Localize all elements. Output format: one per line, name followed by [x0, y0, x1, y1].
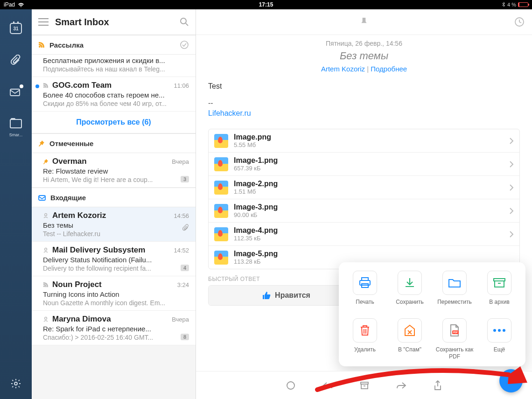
section-pinned-title: Отмеченные: [49, 140, 189, 147]
attachment-row[interactable]: Image-1.png657.39 кБ: [209, 153, 519, 176]
gear-icon: [10, 378, 21, 389]
attachment-name: Image.png: [234, 133, 504, 141]
item-from: Maryna Dimova: [52, 315, 168, 324]
more-dots-icon: [492, 329, 506, 332]
rail-settings[interactable]: [10, 378, 22, 390]
action-print[interactable]: Печать: [344, 271, 385, 312]
archive-icon[interactable]: [359, 380, 370, 391]
person-icon: [43, 213, 49, 218]
action-delete[interactable]: Удалить: [344, 318, 385, 360]
chevron-right-icon: [509, 207, 514, 215]
message-details-link[interactable]: Подробнее: [371, 65, 407, 73]
list-item[interactable]: GOG.com Team 11:06 Более 40 способов ста…: [32, 77, 196, 112]
svg-point-10: [45, 317, 47, 320]
snooze-clock-icon[interactable]: [514, 17, 525, 27]
item-subject: Re: Spark for iPad с нетерпение...: [43, 325, 189, 333]
search-icon[interactable]: [180, 17, 189, 27]
signature-link[interactable]: Lifehacker.ru: [208, 109, 251, 117]
attachment-name: Image-1.png: [234, 156, 504, 165]
rail-attachments[interactable]: [10, 54, 22, 66]
section-pinned[interactable]: Отмеченные: [32, 133, 196, 153]
attachment-row[interactable]: Image-3.png90.00 кБ: [209, 199, 519, 223]
attachment-row[interactable]: Image-2.png1.51 Мб: [209, 176, 519, 199]
message-sender-line: Artem Kozoriz | Подробнее: [196, 65, 532, 73]
svg-point-21: [498, 329, 501, 332]
rail-calendar[interactable]: 31: [10, 22, 22, 35]
attachment-row[interactable]: Image-4.png112.35 кБ: [209, 223, 519, 246]
bluetooth-icon: [502, 2, 505, 7]
attachment-thumb-icon: [214, 181, 228, 195]
forward-icon[interactable]: [396, 381, 407, 390]
svg-rect-25: [361, 384, 368, 389]
svg-rect-17: [495, 281, 504, 287]
action-save[interactable]: Сохранить: [389, 271, 430, 312]
new-badge-icon: [20, 84, 23, 88]
folder-icon: [10, 119, 22, 128]
person-icon: [43, 316, 49, 322]
action-archive[interactable]: В архив: [479, 271, 520, 312]
item-subject: Более 40 способов стать героем не...: [43, 91, 189, 99]
share-icon[interactable]: [433, 380, 442, 391]
item-time: 3:24: [177, 281, 189, 288]
attachment-name: Image-2.png: [234, 180, 504, 188]
menu-icon[interactable]: [38, 18, 49, 26]
list-item[interactable]: Mail Delivery Subsystem 14:52 Delivery S…: [32, 242, 196, 276]
message-list: Smart Inbox Рассылка Бесплатные приложен…: [32, 9, 196, 399]
spam-icon: [403, 324, 416, 336]
item-from: Mail Delivery Subsystem: [52, 245, 170, 255]
rail-outbox[interactable]: [10, 86, 22, 98]
section-inbox[interactable]: Входящие: [32, 188, 196, 207]
message-header: Пятница, 26 февр., 14:56 Без темы Artem …: [196, 35, 532, 79]
unread-toggle-icon[interactable]: [286, 380, 296, 391]
list-item[interactable]: Artem Kozoriz 14:56 Без темы Test -- Lif…: [32, 207, 196, 242]
attachment-thumb-icon: [214, 204, 228, 218]
compose-button[interactable]: [499, 369, 523, 392]
action-move[interactable]: Переместить: [434, 271, 475, 312]
attachment-row[interactable]: Image.png5.55 Мб: [209, 129, 519, 153]
check-circle-icon[interactable]: [180, 40, 189, 49]
chevron-right-icon: [509, 161, 514, 168]
section-newsletter[interactable]: Рассылка: [32, 35, 196, 55]
svg-point-8: [45, 248, 47, 251]
person-icon: [43, 247, 49, 253]
list-item[interactable]: Maryna Dimova Вчера Re: Spark for iPad с…: [32, 311, 196, 345]
trash-icon: [359, 324, 371, 336]
svg-point-3: [39, 46, 41, 48]
reply-icon[interactable]: [322, 381, 333, 390]
pin-icon[interactable]: [360, 17, 368, 27]
svg-point-20: [493, 329, 496, 332]
list-item[interactable]: Noun Project 3:24 Turning Icons into Act…: [32, 276, 196, 311]
paperclip-icon: [11, 55, 21, 66]
battery-percent: 4 %: [507, 2, 516, 7]
rail-smart-folder[interactable]: [10, 118, 22, 130]
list-item[interactable]: Overman Вчера Re: Flowstate review Hi Ar…: [32, 153, 196, 188]
svg-point-1: [14, 382, 17, 385]
envelope-out-icon: [10, 87, 22, 97]
folder-icon: [448, 278, 461, 288]
view-all-link[interactable]: Просмотреть все (6): [32, 112, 196, 133]
attachment-name: Image-4.png: [234, 226, 504, 235]
item-subject: Re: Flowstate review: [43, 167, 189, 175]
item-preview: Скидки до 85% на более чем 40 игр, от...: [43, 100, 189, 107]
item-time: 11:06: [174, 82, 189, 89]
rss-icon: [38, 42, 45, 48]
action-save-pdf[interactable]: PDF Сохранить как PDF: [434, 318, 475, 360]
message-sender[interactable]: Artem Kozoriz: [321, 65, 365, 73]
inbox-icon: [38, 194, 46, 201]
item-subject: Без темы: [43, 221, 189, 229]
item-preview: Delivery to the following recipient fa..…: [43, 265, 189, 272]
attachment-size: 657.39 кБ: [234, 165, 504, 172]
action-spam[interactable]: В "Спам": [389, 318, 430, 360]
item-preview: Test -- Lifehacker.ru: [43, 230, 189, 238]
attachment-size: 112.35 кБ: [234, 235, 504, 242]
list-item[interactable]: Бесплатные приложения и скидки в... Подп…: [32, 55, 196, 77]
download-icon: [404, 277, 416, 289]
svg-rect-0: [10, 89, 20, 96]
message-subject: Без темы: [196, 50, 532, 62]
item-from: GOG.com Team: [52, 81, 170, 90]
rail-folder-label: Smar...: [9, 133, 23, 137]
section-newsletter-title: Рассылка: [49, 41, 175, 49]
rss-icon: [43, 282, 49, 287]
attachment-size: 1.51 Мб: [234, 188, 504, 195]
action-more[interactable]: Ещё: [479, 318, 520, 360]
